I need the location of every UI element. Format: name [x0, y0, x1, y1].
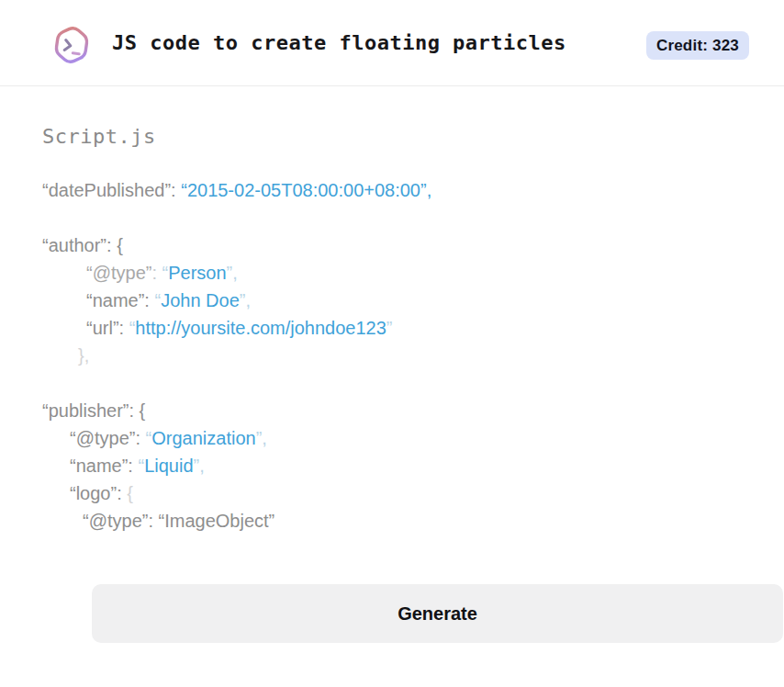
code-token: “@type”: [70, 428, 135, 448]
code-token: “publisher”: [42, 400, 129, 421]
code-token: John Doe: [161, 290, 240, 310]
code-line: “datePublished”: “2015-02-05T08:00:00+08…: [42, 176, 747, 204]
code-token: “@type”: “ImageObject”: [83, 511, 274, 531]
code-token: ”: [386, 318, 393, 338]
credit-badge: Credit: 323: [646, 31, 749, 60]
code-token: “name”: [86, 290, 144, 310]
code-token: ”,: [256, 428, 267, 448]
code-token: “author”: [42, 235, 106, 255]
generate-button[interactable]: Generate: [92, 584, 783, 643]
code-line: “@type”: “ImageObject”: [42, 507, 747, 535]
code-token: Organization: [151, 428, 255, 448]
code-token: ”,: [227, 263, 238, 283]
code-token: :: [117, 483, 127, 503]
code-line: “url”: “http://yoursite.com/johndoe123”: [42, 314, 747, 342]
content: Script.js “datePublished”: “2015-02-05T0…: [0, 86, 784, 643]
code-token: Liquid: [144, 456, 193, 476]
code-token: “logo”: [70, 483, 117, 503]
code-line: “@type”: “Organization”,: [42, 424, 747, 452]
code-line: [42, 204, 747, 231]
code-token: :: [144, 290, 154, 310]
code-token: : {: [129, 400, 145, 421]
code-line: “name”: “Liquid”,: [42, 452, 747, 479]
code-token: :: [128, 456, 138, 476]
code-token: :: [171, 180, 181, 200]
code-token: “2015-02-05T08:00:00+08:00”,: [181, 180, 431, 200]
code-line: [42, 369, 747, 397]
code-line: },: [42, 342, 747, 369]
code-token: http://yoursite.com/johndoe123: [135, 318, 386, 338]
page: JS code to create floating particles Cre…: [0, 0, 784, 643]
code-token: :: [135, 428, 145, 448]
code-token: },: [78, 345, 89, 366]
code-block: “datePublished”: “2015-02-05T08:00:00+08…: [42, 176, 747, 535]
code-line: “logo”: {: [42, 479, 747, 507]
code-token: “name”: [70, 456, 128, 476]
code-token: :: [151, 263, 162, 283]
code-token: “url”: [86, 318, 119, 338]
terminal-hexagon-icon: [51, 23, 92, 67]
code-line: “name”: “John Doe”,: [42, 287, 747, 314]
code-token: {: [127, 483, 133, 503]
header: JS code to create floating particles Cre…: [0, 0, 784, 86]
file-title: Script.js: [42, 125, 747, 148]
code-line: “author”: {: [42, 231, 747, 259]
page-title: JS code to create floating particles: [112, 0, 566, 85]
code-token: : {: [106, 235, 123, 255]
code-line: “@type”: “Person”,: [42, 259, 747, 287]
code-token: :: [119, 318, 129, 338]
code-token: “datePublished”: [42, 180, 171, 200]
code-token: “@type”: [86, 263, 151, 283]
code-token: ”,: [194, 456, 205, 476]
code-line: “publisher”: {: [42, 397, 747, 424]
code-token: Person: [168, 263, 226, 283]
code-token: ”,: [240, 290, 251, 310]
